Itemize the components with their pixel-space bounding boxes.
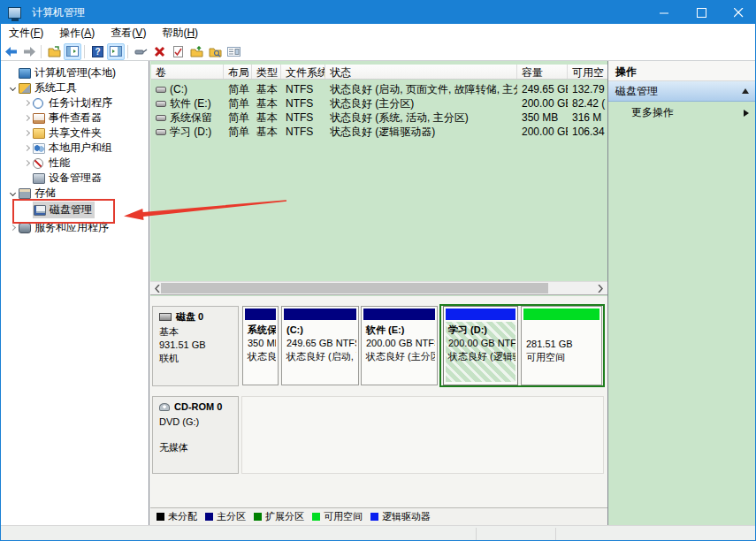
column-header-status[interactable]: 状态 [325, 65, 517, 79]
legend-swatch [254, 513, 262, 521]
computer-icon [19, 68, 31, 79]
scroll-right-icon[interactable] [593, 282, 607, 294]
menu-bar: 文件(F) 操作(A) 查看(V) 帮助(H) [1, 24, 756, 42]
tree-item-disk-management[interactable]: 磁盘管理 [1, 202, 149, 217]
device-manager-icon [33, 173, 45, 184]
disk-management-section-bar[interactable]: 磁盘管理 [608, 81, 756, 102]
tree-item-computer-management[interactable]: 计算机管理(本地) [1, 65, 149, 80]
cdrom0-media-area[interactable] [241, 396, 604, 474]
selected-tree-item: 磁盘管理 [33, 202, 95, 218]
console-tree: 计算机管理(本地) 系统工具 任务计划程序 事件查看器 共享文件夹 本地用户和组… [1, 61, 149, 525]
legend-logical-drive: 逻辑驱动器 [370, 510, 431, 523]
tree-item-local-users-groups[interactable]: 本地用户和组 [1, 141, 149, 156]
toolbar-separator [84, 45, 85, 58]
maximize-button[interactable] [683, 1, 720, 24]
minimize-button[interactable] [645, 1, 683, 24]
toolbar: ? [1, 42, 756, 61]
tree-item-system-tools[interactable]: 系统工具 [1, 80, 149, 95]
cdrom-icon [159, 403, 170, 411]
actions-pane: 操作 磁盘管理 更多操作 [607, 61, 756, 525]
event-viewer-icon [33, 113, 45, 124]
primary-partition-bar [245, 309, 276, 320]
tree-item-device-manager[interactable]: 设备管理器 [1, 171, 149, 186]
volume-list: (C:) 简单基本 NTFS状态良好 (启动, 页面文件, 故障转储, 主分区)… [151, 82, 607, 139]
tree-item-event-viewer[interactable]: 事件查看器 [1, 110, 149, 126]
back-icon[interactable] [2, 43, 19, 60]
statusbar-divider [555, 528, 556, 541]
export-list-icon[interactable] [45, 43, 63, 60]
close-button[interactable] [720, 1, 756, 24]
collapse-section-icon[interactable] [742, 88, 749, 94]
expand-chevron-icon[interactable] [20, 146, 33, 150]
show-console-tree-icon[interactable] [64, 43, 81, 60]
column-header-capacity[interactable]: 容量 [517, 65, 568, 79]
task-scheduler-icon [33, 98, 43, 109]
tree-item-task-scheduler[interactable]: 任务计划程序 [1, 95, 149, 110]
properties-icon[interactable] [132, 43, 149, 60]
expand-chevron-icon[interactable] [20, 101, 33, 105]
volume-icon [156, 115, 166, 121]
legend-swatch [312, 513, 320, 521]
primary-partition-bar [284, 309, 356, 320]
menu-help[interactable]: 帮助(H) [154, 24, 206, 42]
partition-c[interactable]: (C:) 249.65 GB NTFS 状态良好 (启动, 页面文件 [281, 306, 359, 385]
menu-action[interactable]: 操作(A) [51, 24, 103, 42]
title-bar: 计算机管理 [1, 1, 756, 24]
toolbar-separator [41, 45, 42, 58]
free-space-region[interactable]: 281.51 GB 可用空间 [521, 306, 602, 385]
list-view-icon[interactable] [225, 43, 242, 60]
forward-icon[interactable] [20, 43, 38, 60]
expand-chevron-icon[interactable] [20, 131, 33, 135]
partition-d-selected[interactable]: 学习 (D:) 200.00 GB NTFS 状态良好 (逻辑驱动器) [443, 306, 518, 385]
volume-row-c[interactable]: (C:) 简单基本 NTFS状态良好 (启动, 页面文件, 故障转储, 主分区)… [151, 82, 607, 96]
explore-icon[interactable] [206, 43, 224, 60]
submenu-arrow-icon [744, 110, 749, 117]
volume-row-d[interactable]: 学习 (D:) 简单基本 NTFS状态良好 (逻辑驱动器) 200.00 GB1… [151, 125, 607, 139]
expand-chevron-icon[interactable] [6, 225, 19, 230]
show-action-pane-icon[interactable] [107, 43, 125, 60]
tree-item-performance[interactable]: 性能 [1, 156, 149, 171]
volume-icon [156, 129, 166, 135]
volume-list-header: 卷 布局 类型 文件系统 状态 容量 可用空 [151, 65, 607, 80]
svg-text:?: ? [95, 47, 100, 57]
legend-free-space: 可用空间 [312, 510, 363, 523]
tree-item-services-applications[interactable]: 服务和应用程序 [1, 220, 149, 235]
column-header-layout[interactable]: 布局 [224, 65, 252, 79]
more-actions-item[interactable]: 更多操作 [608, 102, 756, 124]
column-header-filesystem[interactable]: 文件系统 [281, 65, 325, 79]
column-header-volume[interactable]: 卷 [151, 65, 224, 79]
toolbar-separator [127, 45, 128, 58]
volume-row-e[interactable]: 软件 (E:) 简单基本 NTFS状态良好 (主分区) 200.00 GB82.… [151, 96, 607, 110]
app-icon [8, 7, 21, 19]
scrollbar-thumb[interactable] [161, 283, 548, 293]
horizontal-scrollbar[interactable] [150, 281, 607, 295]
users-icon [33, 143, 45, 154]
collapse-chevron-icon[interactable] [6, 86, 19, 90]
delete-volume-icon[interactable] [150, 43, 168, 60]
disk0-label[interactable]: 磁盘 0 基本 931.51 GB 联机 [152, 306, 239, 386]
column-header-type[interactable]: 类型 [252, 65, 281, 79]
extend-volume-icon[interactable] [187, 43, 205, 60]
expand-chevron-icon[interactable] [20, 161, 33, 165]
column-header-free-space[interactable]: 可用空 [568, 65, 607, 79]
collapse-chevron-icon[interactable] [6, 191, 19, 195]
expand-chevron-icon[interactable] [20, 116, 33, 120]
partition-system-reserved[interactable]: 系统保留 350 MB NTFS 状态良好 (系统, 活动 [242, 306, 279, 385]
tree-item-storage[interactable]: 存储 [1, 186, 149, 201]
volume-row-system-reserved[interactable]: 系统保留 简单基本 NTFS状态良好 (系统, 活动, 主分区) 350 MB3… [151, 110, 607, 125]
menu-view[interactable]: 查看(V) [103, 24, 154, 42]
tree-item-shared-folders[interactable]: 共享文件夹 [1, 126, 149, 141]
actions-header: 操作 [608, 61, 756, 81]
free-space-bar [523, 309, 599, 320]
partition-e[interactable]: 软件 (E:) 200.00 GB NTFS 状态良好 (主分区) [361, 306, 438, 385]
menu-file[interactable]: 文件(F) [1, 24, 51, 42]
services-icon [19, 223, 31, 233]
legend-swatch [157, 513, 164, 521]
help-icon[interactable]: ? [88, 43, 106, 60]
window-title: 计算机管理 [32, 5, 85, 20]
cdrom0-label[interactable]: CD-ROM 0 DVD (G:) 无媒体 [152, 396, 239, 474]
graphical-view: 磁盘 0 基本 931.51 GB 联机 系统保留 350 MB NTFS 状态… [150, 296, 607, 507]
legend-extended: 扩展分区 [254, 510, 304, 523]
computer-management-window: 计算机管理 文件(F) 操作(A) 查看(V) 帮助(H) ? [0, 0, 756, 541]
mark-active-icon[interactable] [169, 43, 187, 60]
